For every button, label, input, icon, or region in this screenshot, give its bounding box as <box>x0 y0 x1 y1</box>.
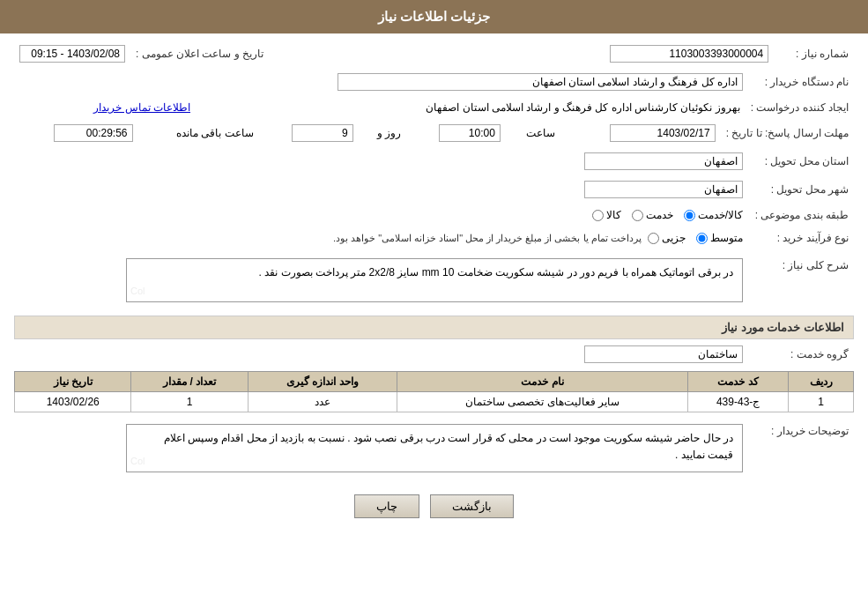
col-header-row: ردیف <box>789 372 854 392</box>
process-description: پرداخت تمام یا بخشی از مبلغ خریدار از مح… <box>330 231 645 245</box>
niaaz-number-row: شماره نیاز : تاریخ و ساعت اعلان عمومی : <box>14 42 854 65</box>
province-label: استان محل تحویل : <box>748 150 854 173</box>
category-row: طبقه بندی موضوعی : کالا خدمت <box>14 206 854 224</box>
city-value <box>434 178 749 201</box>
service-group-value <box>518 343 748 366</box>
process-label: نوع فرآیند خرید : <box>748 229 854 247</box>
watermark: Col <box>130 284 145 300</box>
city-row: شهر محل تحویل : <box>14 178 854 201</box>
category-kala-khedmat-option[interactable]: کالا/خدمت <box>684 209 743 221</box>
category-kala-radio[interactable] <box>592 210 604 221</box>
deadline-remaining-input[interactable] <box>54 124 133 142</box>
creator-contact-link[interactable]: اطلاعات تماس خریدار <box>93 101 190 114</box>
category-khedmat-label: خدمت <box>646 209 673 221</box>
print-button[interactable]: چاپ <box>354 494 419 518</box>
watermark2: Col <box>130 454 145 470</box>
deadline-remaining-label-cell: ساعت باقی مانده <box>138 122 259 145</box>
process-options: جزیی متوسط پرداخت تمام یا بخشی از مبلغ خ… <box>14 229 748 247</box>
page-title: جزئیات اطلاعات نیاز <box>378 9 490 24</box>
deadline-time-label: ساعت <box>526 127 555 139</box>
description-box: در برقی اتوماتیک همراه با فریم دور در شی… <box>126 258 743 302</box>
buyer-notes-section: توضیحات خریدار : در حال حاضر شیشه سکوریت… <box>14 418 854 479</box>
announce-value <box>14 42 130 65</box>
deadline-date-input[interactable] <box>610 124 716 142</box>
buyer-org-input[interactable] <box>338 73 743 91</box>
description-section: شرح کلی نیاز : در برقی اتوماتیک همراه با… <box>14 252 854 308</box>
service-group-input[interactable] <box>584 345 743 363</box>
deadline-time-cell <box>406 122 506 145</box>
niaaz-number-input[interactable] <box>610 45 768 63</box>
deadline-row: مهلت ارسال پاسخ: تا تاریخ : ساعت روز و <box>14 122 854 145</box>
main-content: شماره نیاز : تاریخ و ساعت اعلان عمومی : … <box>0 33 868 538</box>
page-header: جزئیات اطلاعات نیاز <box>0 0 868 33</box>
page-wrapper: جزئیات اطلاعات نیاز شماره نیاز : تاریخ و… <box>0 0 868 609</box>
cell-qty: 1 <box>131 392 248 412</box>
cell-date: 1403/02/26 <box>15 392 131 412</box>
buyer-notes-value: در حال حاضر شیشه سکوریت موجود است در محل… <box>14 418 748 479</box>
deadline-days-label: روز و <box>377 127 401 139</box>
creator-row: ایجاد کننده درخواست : بهروز نکوئیان کارش… <box>14 99 854 116</box>
city-input[interactable] <box>584 181 743 198</box>
deadline-time-input[interactable] <box>439 124 501 142</box>
category-kala-option[interactable]: کالا <box>592 209 621 221</box>
category-khedmat-radio[interactable] <box>632 210 643 221</box>
button-bar: بازگشت چاپ <box>14 484 854 529</box>
announce-input[interactable] <box>19 45 125 63</box>
services-table: ردیف کد خدمت نام خدمت واحد اندازه گیری ت… <box>14 371 854 412</box>
buyer-org-value <box>14 71 748 93</box>
cell-row: 1 <box>789 392 854 412</box>
back-button[interactable]: بازگشت <box>430 494 514 518</box>
col-header-code: کد خدمت <box>688 372 789 392</box>
process-motovaset-label: متوسط <box>710 232 743 244</box>
category-options: کالا خدمت کالا/خدمت <box>14 206 748 224</box>
cell-unit: عدد <box>248 392 397 412</box>
col-header-date: تاریخ نیاز <box>15 372 131 392</box>
deadline-label: مهلت ارسال پاسخ: تا تاریخ : <box>721 122 854 145</box>
category-label: طبقه بندی موضوعی : <box>748 206 854 224</box>
buyer-notes-box: در حال حاضر شیشه سکوریت موجود است در محل… <box>126 424 743 472</box>
table-row: 1 ج-43-439 سایر فعالیت‌های تخصصی ساختمان… <box>15 392 854 412</box>
creator-link-cell: اطلاعات تماس خریدار <box>14 99 196 116</box>
city-label: شهر محل تحویل : <box>748 178 854 201</box>
cell-name: سایر فعالیت‌های تخصصی ساختمان <box>397 392 688 412</box>
col-header-qty: تعداد / مقدار <box>131 372 248 392</box>
deadline-date-cell <box>560 122 721 145</box>
process-row: نوع فرآیند خرید : جزیی متوسط پرداخت تمام… <box>14 229 854 247</box>
creator-value: بهروز نکوئیان کارشناس اداره کل فرهنگ و ا… <box>196 99 746 116</box>
description-label: شرح کلی نیاز : <box>748 252 854 308</box>
process-radio-group: جزیی متوسط <box>648 232 743 244</box>
process-motovaset-radio[interactable] <box>696 233 708 244</box>
process-jozi-radio[interactable] <box>648 233 659 244</box>
category-khedmat-option[interactable]: خدمت <box>632 209 673 221</box>
buyer-notes-label: توضیحات خریدار : <box>748 418 854 479</box>
col-header-unit: واحد اندازه گیری <box>248 372 397 392</box>
col-header-name: نام خدمت <box>397 372 688 392</box>
deadline-remaining-label: ساعت باقی مانده <box>176 127 254 139</box>
announce-label: تاریخ و ساعت اعلان عمومی : <box>130 42 269 65</box>
services-section-title: اطلاعات خدمات مورد نیاز <box>14 316 854 339</box>
deadline-time-label-cell: ساعت <box>506 122 560 145</box>
buyer-org-row: نام دستگاه خریدار : <box>14 71 854 93</box>
creator-name: بهروز نکوئیان کارشناس اداره کل فرهنگ و ا… <box>426 101 739 114</box>
category-kala-khedmat-label: کالا/خدمت <box>698 209 743 221</box>
buyer-notes-text: در حال حاضر شیشه سکوریت موجود است در محل… <box>164 432 733 461</box>
buyer-org-label: نام دستگاه خریدار : <box>748 71 854 93</box>
cell-code: ج-43-439 <box>688 392 789 412</box>
niaaz-number-value <box>605 42 774 65</box>
description-text: در برقی اتوماتیک همراه با فریم دور در شی… <box>259 266 733 279</box>
niaaz-number-label: شماره نیاز : <box>774 42 854 65</box>
process-jozi-option[interactable]: جزیی <box>648 232 686 244</box>
deadline-days-cell <box>259 122 359 145</box>
process-motovaset-option[interactable]: متوسط <box>696 232 743 244</box>
province-value <box>434 150 749 173</box>
deadline-days-label-cell: روز و <box>359 122 406 145</box>
service-group-row: گروه خدمت : <box>14 343 854 366</box>
deadline-days-input[interactable] <box>292 124 353 142</box>
category-kala-khedmat-radio[interactable] <box>684 210 695 221</box>
category-radio-group: کالا خدمت کالا/خدمت <box>592 209 743 221</box>
creator-label: ایجاد کننده درخواست : <box>746 99 854 116</box>
province-row: استان محل تحویل : <box>14 150 854 173</box>
service-group-label: گروه خدمت : <box>748 343 854 366</box>
province-input[interactable] <box>584 152 743 170</box>
description-value: در برقی اتوماتیک همراه با فریم دور در شی… <box>14 252 748 308</box>
